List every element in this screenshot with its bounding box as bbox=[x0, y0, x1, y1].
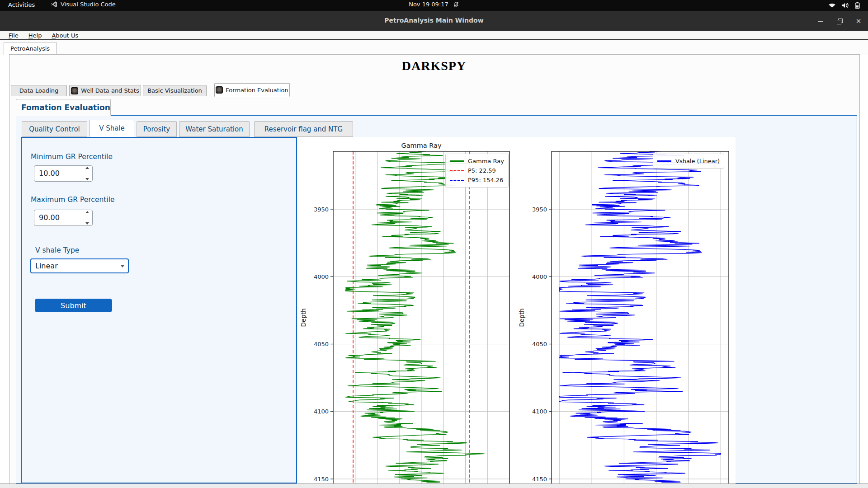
tab-formation-evaluation[interactable]: Formation Evaluation bbox=[214, 83, 290, 97]
spin-down-icon[interactable] bbox=[85, 222, 89, 225]
tab-petroanalysis[interactable]: PetroAnalysis bbox=[4, 42, 57, 55]
legend-entry: Vshale (Linear) bbox=[657, 156, 720, 166]
section-header-label: Fomation Evaluation bbox=[21, 103, 110, 112]
menu-file[interactable]: File bbox=[4, 32, 24, 39]
spin-up-icon[interactable] bbox=[85, 211, 89, 213]
tab-data-loading-label: Data Loading bbox=[19, 87, 58, 94]
svg-text:Gamma Ray: Gamma Ray bbox=[401, 142, 442, 149]
legend-line-swatch bbox=[450, 160, 464, 162]
subtab-quality-control-label: Quality Control bbox=[29, 125, 80, 133]
subtab-v-shale[interactable]: V Shale bbox=[90, 120, 134, 137]
formation-evaluation-tab-icon bbox=[216, 86, 223, 94]
legend-label: Vshale (Linear) bbox=[675, 158, 720, 164]
menu-about-us[interactable]: About Us bbox=[47, 32, 83, 39]
minimize-button[interactable] bbox=[816, 16, 826, 26]
window-tab-strip: PetroAnalysis bbox=[0, 40, 868, 55]
submit-button[interactable]: Submit bbox=[35, 299, 112, 312]
vshale-type-label: V shale Type bbox=[35, 246, 79, 254]
svg-text:4050: 4050 bbox=[532, 341, 547, 347]
window-title-bar: PetroAnalysis Main Window ✕ bbox=[0, 11, 868, 31]
chevron-down-icon bbox=[121, 265, 124, 267]
vshale-type-value: Linear bbox=[35, 262, 58, 270]
spin-arrows bbox=[84, 167, 91, 180]
legend-line-swatch bbox=[450, 170, 464, 171]
subtab-porosity-label: Porosity bbox=[143, 125, 170, 133]
well-data-tab-icon bbox=[71, 87, 78, 94]
menu-help[interactable]: Help bbox=[24, 32, 47, 39]
tab-data-loading[interactable]: Data Loading bbox=[11, 85, 67, 96]
subtab-water-saturation[interactable]: Water Saturation bbox=[179, 121, 250, 137]
tab-well-data-label: Well Data and Stats bbox=[81, 87, 139, 94]
volume-icon bbox=[842, 2, 849, 9]
max-gr-percentile-input[interactable] bbox=[39, 212, 79, 223]
subtab-v-shale-label: V Shale bbox=[99, 124, 125, 132]
max-gr-percentile-spinbox[interactable] bbox=[34, 210, 93, 226]
svg-text:4150: 4150 bbox=[532, 476, 547, 483]
min-gr-percentile-label: Minimum GR Percentile bbox=[31, 153, 113, 161]
min-gr-percentile-spinbox[interactable] bbox=[34, 165, 93, 182]
tab-well-data-and-stats[interactable]: Well Data and Stats bbox=[69, 85, 141, 96]
tab-basic-visualization-label: Basic Visualization bbox=[147, 87, 202, 94]
well-log-plots: 39504000405041004150Gamma RayDepth395040… bbox=[297, 137, 736, 483]
legend-entry: Gamma Ray bbox=[450, 156, 504, 166]
legend-line-swatch bbox=[657, 160, 671, 162]
legend-entry: P5: 22.59 bbox=[450, 166, 504, 175]
spin-down-icon[interactable] bbox=[85, 178, 89, 180]
page-title: DARKSPY bbox=[0, 59, 868, 73]
svg-text:4000: 4000 bbox=[314, 273, 329, 280]
tab-basic-visualization[interactable]: Basic Visualization bbox=[143, 85, 207, 96]
clock-label: Nov 19 09:17 bbox=[409, 1, 448, 8]
legend-label: Gamma Ray bbox=[468, 158, 504, 164]
svg-text:4100: 4100 bbox=[532, 408, 547, 415]
svg-text:4150: 4150 bbox=[314, 476, 329, 483]
restore-button[interactable] bbox=[835, 16, 844, 26]
chart-canvas: 39504000405041004150Gamma RayDepth395040… bbox=[297, 137, 736, 483]
svg-text:3950: 3950 bbox=[532, 206, 547, 213]
svg-text:Depth: Depth bbox=[518, 308, 525, 327]
wifi-icon bbox=[828, 2, 836, 8]
svg-text:3950: 3950 bbox=[314, 206, 329, 213]
legend-line-swatch bbox=[450, 180, 464, 181]
battery-icon bbox=[855, 2, 860, 9]
subtab-quality-control[interactable]: Quality Control bbox=[22, 121, 87, 137]
subtab-porosity[interactable]: Porosity bbox=[137, 121, 177, 137]
vshale-type-dropdown[interactable]: Linear bbox=[30, 258, 129, 273]
subtab-reservoir-flag-ntg[interactable]: Reservoir flag and NTG bbox=[254, 121, 353, 137]
legend-label: P95: 154.26 bbox=[468, 177, 503, 183]
max-gr-percentile-label: Maximum GR Percentile bbox=[31, 196, 114, 204]
restore-icon bbox=[837, 19, 843, 24]
close-button[interactable]: ✕ bbox=[854, 16, 863, 26]
legend-entry: P95: 154.26 bbox=[450, 175, 504, 185]
window-title: PetroAnalysis Main Window bbox=[0, 17, 868, 24]
bell-slash-icon bbox=[453, 1, 459, 8]
svg-text:4100: 4100 bbox=[314, 408, 329, 415]
subtab-reservoir-flag-ntg-label: Reservoir flag and NTG bbox=[264, 125, 343, 133]
svg-text:4000: 4000 bbox=[532, 273, 547, 280]
tab-formation-evaluation-label: Formation Evaluation bbox=[226, 87, 288, 94]
spin-up-icon[interactable] bbox=[85, 167, 89, 169]
close-icon: ✕ bbox=[856, 17, 862, 25]
menu-bar: File Help About Us bbox=[0, 31, 868, 40]
vshale-legend: Vshale (Linear) bbox=[653, 154, 724, 169]
petroanalysis-window: Activities Visual Studio Code Nov 19 09:… bbox=[0, 0, 868, 488]
window-bottom-strip bbox=[0, 483, 868, 488]
gamma-ray-legend: Gamma RayP5: 22.59P95: 154.26 bbox=[445, 154, 509, 188]
spin-arrows bbox=[84, 211, 91, 225]
system-tray[interactable] bbox=[828, 2, 860, 9]
minimize-icon bbox=[818, 21, 823, 22]
system-top-bar: Activities Visual Studio Code Nov 19 09:… bbox=[0, 0, 868, 11]
svg-text:4050: 4050 bbox=[314, 341, 329, 347]
svg-text:Depth: Depth bbox=[300, 308, 307, 327]
section-header-tab: Fomation Evaluation bbox=[16, 99, 111, 116]
clock-area[interactable]: Nov 19 09:17 bbox=[0, 1, 868, 8]
subtab-water-saturation-label: Water Saturation bbox=[185, 125, 243, 133]
legend-label: P5: 22.59 bbox=[468, 167, 496, 174]
min-gr-percentile-input[interactable] bbox=[39, 168, 79, 178]
